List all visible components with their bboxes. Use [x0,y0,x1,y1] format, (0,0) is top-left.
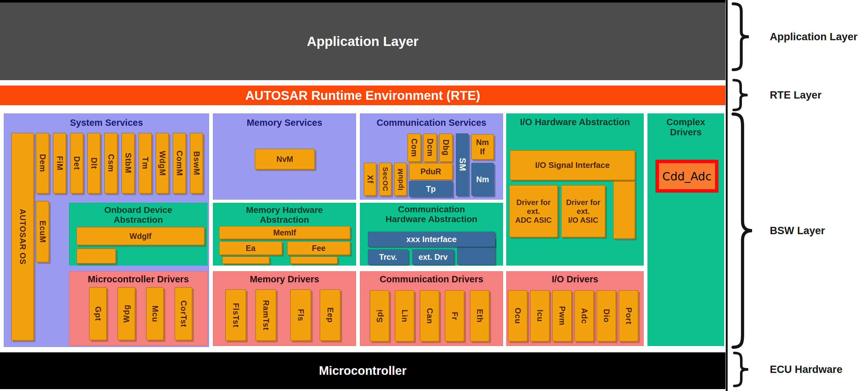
module-fee: Fee [287,241,350,255]
module-sm: SM [456,133,468,196]
autosar-architecture-diagram: Application Layer AUTOSAR Runtime Enviro… [0,0,868,391]
communication-hw-abstraction-title: Communication Hardware Abstraction [360,204,503,224]
memory-services-panel: Memory Services NvM [213,114,356,200]
module-trcv: Trcv. [368,249,408,265]
module-fls: Fls [290,289,311,341]
module-eep: Eep [320,289,341,341]
module-tm: Tm [138,133,152,193]
module-wdg: Wdg [118,287,135,340]
microcontroller-bar: Microcontroller [0,352,725,389]
module-det: Det [70,133,83,193]
io-hw-abstraction-panel: I/O Hardware Abstraction I/O Signal Inte… [506,114,644,266]
module-dio: Dio [596,290,616,341]
bsw-layer-brace [731,112,754,350]
side-label-rte-layer: RTE Layer [770,89,822,101]
communication-drivers-title: Communication Drivers [360,274,503,284]
side-label-bsw-layer: BSW Layer [770,224,825,237]
module-driver-ext-io-asic: Driver for ext. I/O ASIC [561,185,606,237]
microcontroller-title: Microcontroller [0,352,725,389]
module-pwm: Pwm [552,290,572,341]
module-io-signal-interface: I/O Signal Interface [510,150,635,180]
module-wdgif: WdgIf [76,227,205,245]
module-lin: Lin [395,290,414,341]
module-bswm: BswM [190,133,203,193]
module-adc: Adc [574,290,594,341]
module-ext-drv: ext. Drv [412,249,454,265]
module-xxx-interface: xxx Interface [368,232,495,247]
system-services-title: System Services [4,118,209,128]
module-port: Port [619,290,638,341]
module-dbg: Dbg [439,133,453,162]
module-eth: Eth [470,290,490,341]
module-fr: Fr [445,290,464,341]
ecu-hardware-brace [733,351,750,388]
module-gpt: Gpt [89,287,107,340]
io-hw-abstraction-title: I/O Hardware Abstraction [506,117,643,127]
memory-drivers-title: Memory Drivers [213,274,356,284]
application-layer-bar: Application Layer [0,3,725,80]
io-drivers-panel: I/O Drivers Ocu Icu Pwm Adc Dio Port [506,271,644,346]
module-ecum: EcuM [36,201,49,262]
module-wdgm: WdgM [156,133,169,193]
io-drivers-title: I/O Drivers [506,274,643,284]
module-ramtst: RamTst [255,289,276,341]
communication-drivers-panel: Communication Drivers Spi Lin Can Fr Eth [360,271,503,346]
module-io-signal-interface-extension [613,180,635,239]
side-label-ecu-hardware: ECU Hardware [770,363,842,376]
module-autosar-os: AUTOSAR OS [11,133,34,341]
module-comm: ComM [173,133,186,193]
application-layer-title: Application Layer [0,3,725,80]
application-layer-brace [731,2,751,71]
module-memif: MemIf [219,226,350,239]
complex-drivers-panel: Complex Drivers Cdd_Adc [648,114,724,346]
module-ea: Ea [219,241,282,255]
memory-hw-abstraction-panel: Memory Hardware Abstraction MemIf Ea Fee [213,203,356,266]
module-ea-sub-box [222,256,270,264]
microcontroller-drivers-panel: Microcontroller Drivers Gpt Wdg Mcu CorT… [69,271,208,346]
memory-hw-abstraction-title: Memory Hardware Abstraction [213,205,356,225]
module-fee-sub-box [290,256,338,264]
module-nm: Nm [471,163,494,196]
memory-services-title: Memory Services [213,118,356,128]
module-mcu: Mcu [146,287,164,340]
module-driver-ext-adc-asic: Driver for ext. ADC ASIC [509,185,558,237]
module-cdd-adc: Cdd_Adc [655,160,718,193]
module-dem: Dem [36,133,49,193]
communication-services-panel: Communication Services Com Dcm Dbg SM Nm… [360,114,503,200]
microcontroller-drivers-title: Microcontroller Drivers [69,274,207,284]
onboard-device-abstraction-panel: Onboard Device Abstraction WdgIf [69,203,208,266]
rte-title: AUTOSAR Runtime Environment (RTE) [0,86,725,105]
module-ocu: Ocu [508,290,527,341]
rte-bar: AUTOSAR Runtime Environment (RTE) [0,86,725,105]
module-unlabeled-box [76,248,116,264]
communication-hw-abstraction-panel: Communication Hardware Abstraction xxx I… [360,203,503,266]
module-nm-if: Nm If [471,134,494,160]
module-fim: FiM [53,133,66,193]
diagram-right-divider [726,0,728,391]
memory-drivers-panel: Memory Drivers FlsTst RamTst Fls Eep [213,271,356,346]
module-spi: Spi [370,290,389,341]
onboard-device-abstraction-title: Onboard Device Abstraction [69,205,207,225]
module-xf: Xf [364,162,376,196]
module-flstst: FlsTst [225,289,246,341]
module-pdur: PduR [409,163,453,180]
rte-layer-brace [732,79,749,112]
module-csm: Csm [104,133,118,193]
module-stbm: StbM [121,133,135,193]
module-can: Can [420,290,439,341]
module-tp: Tp [409,181,453,197]
module-dcm: Dcm [423,133,437,162]
module-icu: Icu [530,290,550,341]
module-com: Com [407,133,421,162]
module-nvm: NvM [255,149,315,170]
module-dlt: Dlt [87,133,100,193]
module-cortst: CorTst [175,287,192,340]
complex-drivers-title: Complex Drivers [648,117,724,138]
side-label-application-layer: Application Layer [770,30,858,43]
module-ipdum: IpduM [394,162,407,196]
module-secoc: SecOC [379,162,392,196]
top-border-strip [0,0,725,3]
communication-services-title: Communication Services [360,118,503,128]
